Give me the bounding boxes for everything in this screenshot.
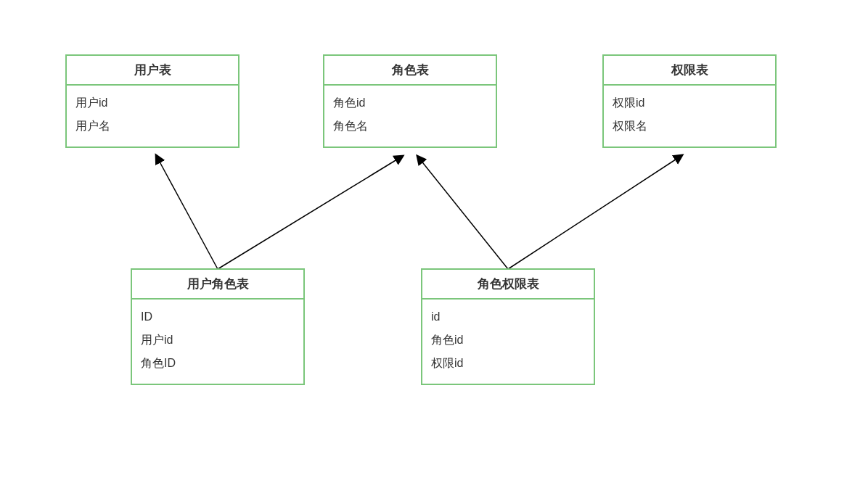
- entity-role-field-1: 角色名: [333, 115, 487, 138]
- entity-rolepermission-field-1: 角色id: [431, 329, 585, 352]
- entity-user-field-0: 用户id: [75, 91, 229, 115]
- arrow-rolepermission-to-permission: [508, 155, 682, 269]
- entity-permission: 权限表 权限id 权限名: [602, 54, 777, 148]
- entity-rolepermission-field-2: 权限id: [431, 352, 585, 375]
- entity-permission-body: 权限id 权限名: [604, 86, 775, 146]
- entity-rolepermission: 角色权限表 id 角色id 权限id: [421, 268, 595, 385]
- entity-permission-title: 权限表: [604, 56, 775, 86]
- entity-rolepermission-field-0: id: [431, 305, 585, 329]
- entity-role-body: 角色id 角色名: [324, 86, 496, 146]
- entity-user-field-1: 用户名: [75, 115, 229, 138]
- entity-user-body: 用户id 用户名: [67, 86, 238, 146]
- er-diagram: 用户表 用户id 用户名 角色表 角色id 角色名 权限表 权限id 权限名 用…: [0, 0, 868, 483]
- arrow-userrole-to-role: [218, 156, 403, 269]
- entity-permission-field-1: 权限名: [613, 115, 766, 138]
- entity-user: 用户表 用户id 用户名: [65, 54, 239, 148]
- entity-userrole: 用户角色表 ID 用户id 角色ID: [131, 268, 305, 385]
- arrow-rolepermission-to-role: [417, 156, 508, 269]
- entity-role-title: 角色表: [324, 56, 496, 86]
- entity-user-title: 用户表: [67, 56, 238, 86]
- entity-userrole-field-1: 用户id: [141, 329, 295, 352]
- entity-userrole-field-0: ID: [141, 305, 295, 329]
- entity-userrole-body: ID 用户id 角色ID: [132, 300, 303, 384]
- entity-role-field-0: 角色id: [333, 91, 487, 115]
- entity-rolepermission-body: id 角色id 权限id: [422, 300, 594, 384]
- entity-role: 角色表 角色id 角色名: [323, 54, 497, 148]
- arrow-userrole-to-user: [156, 155, 218, 269]
- entity-userrole-field-2: 角色ID: [141, 352, 295, 375]
- entity-userrole-title: 用户角色表: [132, 270, 303, 300]
- entity-permission-field-0: 权限id: [613, 91, 766, 115]
- entity-rolepermission-title: 角色权限表: [422, 270, 594, 300]
